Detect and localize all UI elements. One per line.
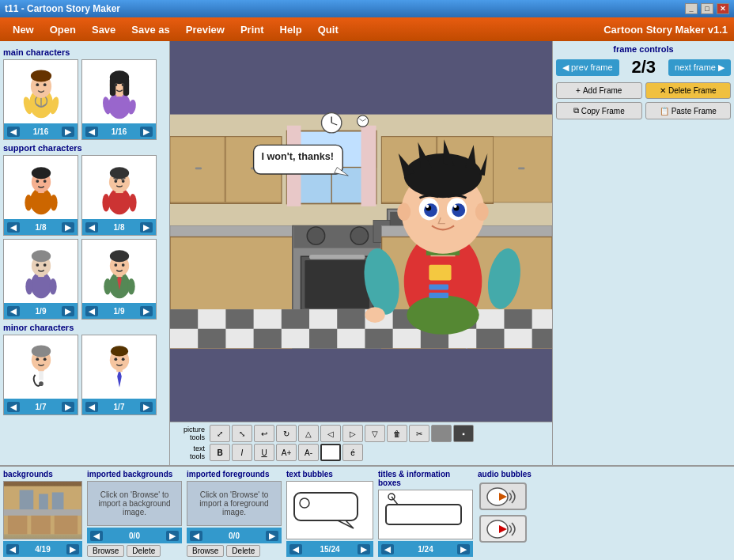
text-bubbles-prev[interactable]: ◀ — [289, 544, 302, 554]
svg-point-29 — [50, 194, 57, 210]
menu-new[interactable]: New — [6, 21, 40, 38]
titles-next[interactable]: ▶ — [457, 544, 470, 554]
svg-point-65 — [25, 373, 32, 389]
imported-fg-prev[interactable]: ◀ — [190, 531, 202, 541]
tool-copy[interactable] — [431, 425, 452, 442]
minor-char-2[interactable]: ◀ 1/7 ▶ — [81, 335, 157, 415]
imported-bg-browse[interactable]: Browse — [87, 545, 124, 557]
backgrounds-next[interactable]: ▶ — [66, 544, 79, 554]
support-char-1-prev[interactable]: ◀ — [7, 222, 20, 233]
support-char-3-prev[interactable]: ◀ — [7, 306, 20, 316]
main-char-1-prev[interactable]: ◀ — [7, 127, 20, 137]
menu-save[interactable]: Save — [85, 21, 122, 38]
titles-thumb[interactable] — [378, 490, 473, 539]
tool-flip-down[interactable]: ▽ — [365, 425, 385, 442]
tool-flip-v[interactable]: △ — [298, 425, 319, 442]
tool-delete[interactable]: 🗑 — [387, 425, 407, 442]
support-char-4[interactable]: ◀ 1/9 ▶ — [81, 239, 157, 320]
menu-open[interactable]: Open — [44, 21, 82, 38]
scene-display[interactable]: I won't, thanks! — [170, 41, 552, 422]
support-char-2[interactable]: ◀ 1/8 ▶ — [81, 155, 157, 236]
minimize-button[interactable]: _ — [685, 3, 698, 14]
tool-bold[interactable]: B — [210, 444, 230, 461]
add-frame-button[interactable]: + Add Frame — [556, 82, 642, 99]
tool-shrink[interactable]: ⤡ — [232, 425, 252, 442]
support-char-1[interactable]: ◀ 1/8 ▶ — [3, 155, 78, 236]
audio-bubble-2[interactable] — [479, 515, 527, 543]
tool-color-swatch[interactable] — [320, 444, 341, 461]
tool-redo[interactable]: ↻ — [276, 425, 297, 442]
text-bubbles-thumb[interactable] — [286, 481, 373, 539]
titles-counter: 1/24 — [418, 545, 433, 554]
support-char-1-next[interactable]: ▶ — [62, 222, 74, 233]
tool-underline[interactable]: U — [254, 444, 274, 461]
text-bubbles-next[interactable]: ▶ — [358, 544, 370, 554]
main-char-2-next[interactable]: ▶ — [140, 127, 153, 137]
svg-point-44 — [36, 263, 39, 267]
svg-rect-166 — [294, 493, 358, 520]
backgrounds-nav: ◀ 4/19 ▶ — [3, 541, 82, 557]
text-bubbles-nav: ◀ 15/24 ▶ — [286, 541, 373, 557]
tool-font-bigger[interactable]: A+ — [276, 444, 297, 461]
minor-char-1[interactable]: ◀ 1/7 ▶ — [3, 335, 78, 415]
tool-undo[interactable]: ↩ — [254, 425, 274, 442]
imported-bg-delete[interactable]: Delete — [127, 545, 161, 557]
main-char-1-next[interactable]: ▶ — [62, 127, 74, 137]
menu-quit[interactable]: Quit — [312, 21, 345, 38]
prev-frame-button[interactable]: ◀ prev frame — [556, 59, 619, 76]
svg-rect-159 — [4, 509, 81, 516]
menu-preview[interactable]: Preview — [180, 21, 231, 38]
backgrounds-prev[interactable]: ◀ — [6, 544, 19, 554]
support-char-4-prev[interactable]: ◀ — [85, 306, 98, 316]
minor-char-1-next[interactable]: ▶ — [62, 402, 74, 412]
menu-print[interactable]: Print — [234, 21, 271, 38]
delete-frame-button[interactable]: ✕ Delete Frame — [645, 82, 732, 99]
tool-cut[interactable]: ✂ — [409, 425, 429, 442]
left-panel: main characters — [0, 41, 170, 465]
tool-flip-h-left[interactable]: ◁ — [320, 425, 341, 442]
tool-special-char[interactable]: é — [342, 444, 363, 461]
title-bar: t11 - Cartoon Story Maker _ □ ✕ — [0, 0, 734, 17]
tool-paste[interactable]: ▪ — [453, 425, 474, 442]
minor-char-2-prev[interactable]: ◀ — [85, 402, 98, 412]
support-char-2-prev[interactable]: ◀ — [85, 222, 98, 233]
menu-saveas[interactable]: Save as — [125, 21, 176, 38]
titles-prev[interactable]: ◀ — [381, 544, 394, 554]
minor-char-1-prev[interactable]: ◀ — [7, 402, 20, 412]
imported-fg-delete[interactable]: Delete — [226, 545, 260, 557]
text-bubbles-section: text bubbles ◀ 15/24 ▶ — [286, 470, 373, 557]
support-char-4-next[interactable]: ▶ — [140, 306, 153, 316]
imported-bg-placeholder: Click on 'Browse' to import a background… — [88, 487, 181, 520]
main-char-1[interactable]: ◀ 1/16 ▶ — [3, 59, 78, 140]
menu-help[interactable]: Help — [274, 21, 308, 38]
support-char-2-img — [82, 156, 156, 219]
imported-fg-browse[interactable]: Browse — [187, 545, 224, 557]
tool-font-smaller[interactable]: A- — [298, 444, 319, 461]
backgrounds-thumb[interactable] — [3, 481, 82, 539]
svg-point-74 — [103, 373, 110, 389]
svg-rect-127 — [532, 329, 552, 349]
svg-point-52 — [109, 250, 128, 262]
next-frame-button[interactable]: next frame ▶ — [668, 59, 731, 76]
support-char-3[interactable]: ◀ 1/9 ▶ — [3, 239, 78, 320]
minor-char-2-next[interactable]: ▶ — [140, 402, 153, 412]
support-char-3-next[interactable]: ▶ — [62, 306, 74, 316]
imported-bg-next[interactable]: ▶ — [166, 531, 179, 541]
maximize-button[interactable]: □ — [701, 3, 713, 14]
close-button[interactable]: ✕ — [717, 3, 729, 14]
tool-expand[interactable]: ⤢ — [210, 425, 230, 442]
paste-frame-button[interactable]: 📋 Paste Frame — [645, 102, 732, 119]
tool-flip-h-right[interactable]: ▷ — [342, 425, 363, 442]
app-title: Cartoon Story Maker v1.1 — [603, 24, 728, 36]
minor-characters-label: minor characters — [3, 323, 166, 332]
svg-point-38 — [102, 194, 109, 212]
main-char-2-prev[interactable]: ◀ — [85, 127, 98, 137]
support-char-2-next[interactable]: ▶ — [140, 222, 153, 233]
copy-frame-button[interactable]: ⧉ Copy Frame — [556, 102, 642, 119]
imported-bg-prev[interactable]: ◀ — [90, 531, 103, 541]
tool-italic[interactable]: I — [232, 444, 252, 461]
imported-fg-next[interactable]: ▶ — [266, 531, 278, 541]
svg-rect-115 — [225, 309, 253, 329]
audio-bubble-1[interactable] — [479, 482, 527, 510]
main-char-2[interactable]: ◀ 1/16 ▶ — [81, 59, 157, 140]
